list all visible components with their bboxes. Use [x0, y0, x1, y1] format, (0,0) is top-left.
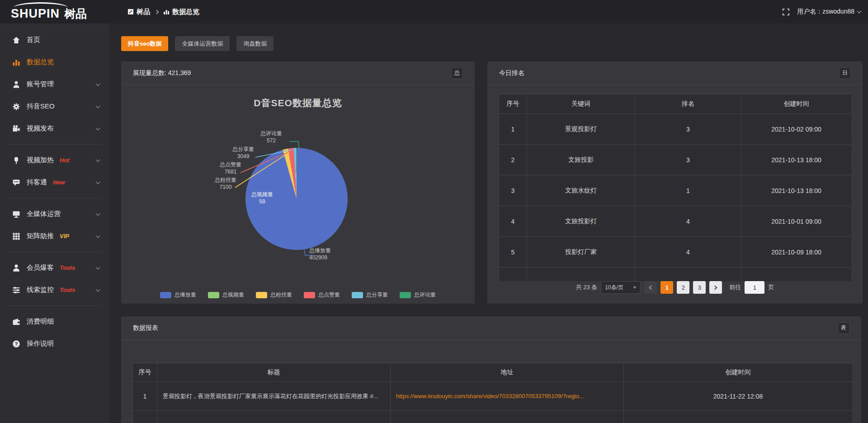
- sidebar-item-label: 首页: [27, 36, 40, 44]
- legend-item[interactable]: 总点赞量: [304, 291, 340, 299]
- sidebar-item-label: 抖客通: [27, 178, 47, 187]
- index-cell: 1: [133, 382, 157, 411]
- chevron-down-icon: [96, 103, 100, 108]
- sidebar-divider: [7, 198, 101, 198]
- legend-item[interactable]: 总视频量: [208, 291, 244, 299]
- legend-swatch: [160, 292, 171, 298]
- sidebar-item-media-operation[interactable]: 全媒体运营: [0, 203, 108, 225]
- total-view-button[interactable]: 总: [451, 67, 463, 79]
- chevron-down-icon: [96, 287, 100, 291]
- table-cell: 1: [635, 175, 741, 206]
- sidebar-item-consumption-detail[interactable]: 消费明细: [0, 310, 108, 333]
- table-cell: 4: [635, 206, 741, 237]
- chart-icon: [12, 58, 21, 67]
- chevron-down-icon: [96, 211, 100, 216]
- table-cell: 文旅水纹灯: [527, 175, 635, 206]
- tab-3[interactable]: 询盘数据: [236, 36, 274, 51]
- fullscreen-icon[interactable]: [782, 8, 790, 16]
- brand-logo-text: SHUPIN: [11, 2, 60, 20]
- sidebar-item-label: 视频加热: [27, 156, 54, 164]
- table-cell: 文旅投影灯: [527, 206, 635, 237]
- sidebar-item-account-management[interactable]: 账号管理: [0, 73, 108, 95]
- data-source-tabs: 抖音seo数据全媒体运营数据询盘数据: [121, 36, 274, 51]
- sidebar-item-instructions[interactable]: ?操作说明: [0, 333, 108, 355]
- sidebar-item-douyin-seo[interactable]: 抖音SEO: [0, 95, 108, 118]
- legend-item[interactable]: 总分享量: [352, 291, 388, 299]
- legend-item[interactable]: 总粉丝量: [256, 291, 292, 299]
- page-size-select[interactable]: 10条/页: [601, 281, 641, 294]
- chevron-down-icon: [96, 265, 100, 269]
- pie-chart-area: D音SEO数据量总览 总评论量572 总分享量3049 总点赞量7681 总粉丝…: [121, 85, 475, 303]
- tab-2[interactable]: 全媒体运营数据: [175, 36, 230, 51]
- next-page-button[interactable]: [709, 281, 722, 294]
- report-column-header: 序号: [133, 363, 157, 382]
- goto-page-input[interactable]: [745, 281, 764, 294]
- sidebar-item-label: 线索监控: [27, 286, 54, 294]
- logo-arc-decoration: [14, 2, 68, 8]
- brand-logo[interactable]: SHUPIN 树品: [11, 2, 87, 20]
- sidebar-item-badge: Tools: [60, 264, 75, 271]
- legend-item[interactable]: 总评论量: [400, 291, 436, 299]
- callout-total-likes: 总点赞量7681: [209, 161, 252, 175]
- sidebar-item-home[interactable]: 首页: [0, 29, 108, 51]
- page-button-2[interactable]: 2: [677, 281, 689, 294]
- daily-view-button[interactable]: 日: [839, 67, 851, 79]
- legend-swatch: [304, 292, 315, 298]
- report-column-header: 标题: [157, 363, 391, 382]
- impressions-total-label: 展现量总数: 421,369: [133, 69, 191, 77]
- sidebar-item-member-burst[interactable]: 会员爆客Tools: [0, 257, 108, 279]
- page-button-3[interactable]: 3: [693, 281, 706, 294]
- table-view-button[interactable]: 表: [838, 322, 849, 334]
- sidebar-item-data-overview[interactable]: 数据总览: [0, 51, 108, 73]
- goto-unit-label: 页: [768, 283, 774, 291]
- heat-icon: [12, 156, 21, 165]
- table-cell: 4: [499, 206, 527, 237]
- username-label: 用户名：zswodun88: [797, 8, 854, 16]
- ranking-column-header: 创建时间: [741, 94, 852, 114]
- bubble-icon: [12, 178, 21, 187]
- chevron-right-icon: [713, 285, 717, 290]
- user-menu[interactable]: 用户名：zswodun88: [797, 8, 861, 16]
- caret-down-icon: [633, 287, 637, 289]
- person-icon: [12, 263, 21, 273]
- sidebar-item-label: 消费明细: [27, 317, 54, 326]
- sliders-icon: [12, 286, 21, 295]
- table-cell: [624, 411, 853, 423]
- legend-swatch: [352, 292, 363, 298]
- table-cell: 2021-10-09 18:00: [741, 237, 852, 268]
- prev-page-button[interactable]: [644, 281, 657, 294]
- table-row: 5投影灯厂家42021-10-09 18:00: [499, 237, 852, 268]
- sidebar-item-douketong[interactable]: 抖客通New: [0, 171, 108, 193]
- bar-chart-icon: [163, 9, 170, 15]
- svg-text:?: ?: [15, 341, 18, 347]
- callout-total-fans: 总粉丝量7100: [204, 176, 247, 191]
- grid-icon: [12, 232, 21, 241]
- pie-chart-title: D音SEO数据量总览: [121, 97, 475, 109]
- table-cell: 2021-10-01 09:00: [741, 206, 852, 237]
- table-cell: 2021-10-13 18:00: [741, 145, 852, 175]
- sidebar-item-clue-monitor[interactable]: 线索监控Tools: [0, 279, 108, 301]
- chevron-left-icon: [649, 285, 654, 290]
- page-size-value: 10条/页: [605, 284, 623, 291]
- video-url-link[interactable]: https://www.iesdouyin.com/share/video/70…: [396, 393, 584, 400]
- legend-item[interactable]: 总播放量: [160, 291, 196, 299]
- sidebar-item-video-publish[interactable]: 视频发布: [0, 118, 108, 140]
- top-bar: SHUPIN 树品 树品 数据总览: [0, 0, 868, 24]
- sidebar-item-label: 视频发布: [27, 124, 54, 133]
- table-row: 4文旅投影灯42021-10-01 09:00: [499, 206, 852, 237]
- breadcrumb-root[interactable]: 树品: [127, 8, 150, 16]
- table-cell: 4: [635, 237, 741, 268]
- legend-swatch: [208, 292, 219, 298]
- page-button-1[interactable]: 1: [660, 281, 673, 294]
- tab-1[interactable]: 抖音seo数据: [121, 36, 168, 51]
- sidebar-item-label: 矩阵助推: [27, 232, 54, 240]
- sidebar-item-video-heat[interactable]: 视频加热Hot: [0, 149, 108, 171]
- sidebar-item-matrix-boost[interactable]: 矩阵助推VIP: [0, 225, 108, 247]
- table-row: 1景观投影灯，夜游景观投影灯厂家展示展示落花灯在花园里的灯光投影应用效果 #..…: [133, 382, 853, 411]
- home-icon: [12, 36, 21, 45]
- video-icon: [12, 124, 21, 133]
- breadcrumb-current[interactable]: 数据总览: [163, 8, 199, 16]
- table-row: [499, 268, 852, 282]
- table-cell: [527, 268, 635, 282]
- table-row: [133, 411, 853, 423]
